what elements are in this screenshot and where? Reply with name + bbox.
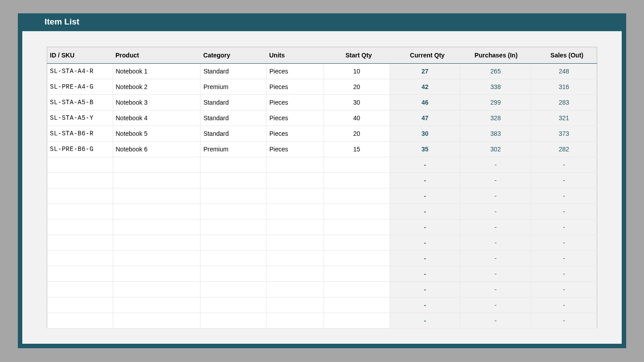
cell-currentqty: - xyxy=(390,282,460,297)
cell-sku xyxy=(47,266,113,282)
cell-units xyxy=(267,235,324,251)
cell-purchases: 338 xyxy=(460,79,531,95)
cell-product: Notebook 4 xyxy=(113,110,201,126)
cell-product xyxy=(113,313,201,329)
cell-currentqty: 47 xyxy=(390,110,460,126)
cell-sku: SL-STA-A4-R xyxy=(47,64,113,79)
table-row: SL-PRE-B6-GNotebook 6PremiumPieces153530… xyxy=(47,142,597,157)
item-list-table: ID / SKU Product Category Units Start Qt… xyxy=(47,47,597,329)
cell-startqty xyxy=(324,235,390,251)
cell-purchases: - xyxy=(460,235,531,251)
cell-startqty xyxy=(324,157,390,173)
cell-startqty xyxy=(324,251,390,266)
table-row: SL-STA-A5-BNotebook 3StandardPieces30462… xyxy=(47,95,597,110)
cell-purchases: - xyxy=(460,251,531,266)
cell-category xyxy=(201,173,267,188)
cell-sku xyxy=(47,204,113,220)
cell-product: Notebook 2 xyxy=(113,79,201,95)
cell-sku xyxy=(47,251,113,266)
table-row: SL-PRE-A4-GNotebook 2PremiumPieces204233… xyxy=(47,79,597,95)
cell-purchases: - xyxy=(460,282,531,297)
cell-product xyxy=(113,157,201,173)
cell-product: Notebook 5 xyxy=(113,126,201,142)
cell-currentqty: - xyxy=(390,220,460,235)
cell-sku xyxy=(47,297,113,313)
cell-units xyxy=(267,173,324,188)
cell-purchases: - xyxy=(460,173,531,188)
cell-units xyxy=(267,188,324,204)
table-row-empty: --- xyxy=(47,235,597,251)
cell-currentqty: - xyxy=(390,235,460,251)
table-row: SL-STA-A4-RNotebook 1StandardPieces10272… xyxy=(47,64,597,79)
cell-startqty: 30 xyxy=(324,95,390,110)
col-header-category: Category xyxy=(201,47,267,64)
cell-purchases: - xyxy=(460,204,531,220)
cell-units xyxy=(267,157,324,173)
cell-purchases: - xyxy=(460,220,531,235)
cell-sales: 373 xyxy=(531,126,597,142)
cell-category xyxy=(201,266,267,282)
cell-sales: - xyxy=(531,297,597,313)
cell-sales: - xyxy=(531,157,597,173)
cell-sku xyxy=(47,313,113,329)
cell-purchases: - xyxy=(460,188,531,204)
cell-startqty xyxy=(324,313,390,329)
table-body: SL-STA-A4-RNotebook 1StandardPieces10272… xyxy=(47,64,597,329)
cell-currentqty: - xyxy=(390,251,460,266)
cell-currentqty: - xyxy=(390,266,460,282)
table-row-empty: --- xyxy=(47,251,597,266)
cell-sku xyxy=(47,157,113,173)
cell-category xyxy=(201,313,267,329)
col-header-purchases: Purchases (In) xyxy=(460,47,531,64)
cell-category: Premium xyxy=(201,79,267,95)
cell-currentqty: - xyxy=(390,188,460,204)
cell-currentqty: 30 xyxy=(390,126,460,142)
col-header-units: Units xyxy=(267,47,324,64)
cell-sku xyxy=(47,220,113,235)
cell-currentqty: 42 xyxy=(390,79,460,95)
cell-purchases: - xyxy=(460,157,531,173)
table-row: SL-STA-B6-RNotebook 5StandardPieces20303… xyxy=(47,126,597,142)
cell-startqty xyxy=(324,282,390,297)
cell-sku: SL-STA-B6-R xyxy=(47,126,113,142)
cell-sales: - xyxy=(531,282,597,297)
cell-startqty: 20 xyxy=(324,126,390,142)
col-header-currentqty: Current Qty xyxy=(390,47,460,64)
cell-sales: - xyxy=(531,204,597,220)
cell-category xyxy=(201,188,267,204)
cell-category: Standard xyxy=(201,95,267,110)
cell-product xyxy=(113,188,201,204)
cell-units: Pieces xyxy=(267,79,324,95)
page-title: Item List xyxy=(18,13,626,31)
cell-category: Standard xyxy=(201,110,267,126)
cell-purchases: 265 xyxy=(460,64,531,79)
cell-startqty: 15 xyxy=(324,142,390,157)
cell-category xyxy=(201,235,267,251)
cell-currentqty: - xyxy=(390,313,460,329)
cell-category xyxy=(201,220,267,235)
cell-units: Pieces xyxy=(267,95,324,110)
cell-sku xyxy=(47,173,113,188)
cell-purchases: 302 xyxy=(460,142,531,157)
table-row-empty: --- xyxy=(47,157,597,173)
cell-units: Pieces xyxy=(267,64,324,79)
cell-product xyxy=(113,173,201,188)
cell-sales: - xyxy=(531,188,597,204)
cell-currentqty: 35 xyxy=(390,142,460,157)
cell-units: Pieces xyxy=(267,110,324,126)
cell-startqty xyxy=(324,188,390,204)
cell-currentqty: - xyxy=(390,157,460,173)
cell-units xyxy=(267,282,324,297)
cell-startqty xyxy=(324,220,390,235)
cell-startqty xyxy=(324,173,390,188)
cell-startqty: 20 xyxy=(324,79,390,95)
cell-units xyxy=(267,220,324,235)
col-header-product: Product xyxy=(113,47,201,64)
cell-sales: 283 xyxy=(531,95,597,110)
document-frame: Item List ID / SKU Product Category Unit… xyxy=(18,13,626,348)
cell-units: Pieces xyxy=(267,142,324,157)
cell-category: Standard xyxy=(201,126,267,142)
cell-sku: SL-PRE-A4-G xyxy=(47,79,113,95)
cell-category xyxy=(201,204,267,220)
cell-product: Notebook 3 xyxy=(113,95,201,110)
